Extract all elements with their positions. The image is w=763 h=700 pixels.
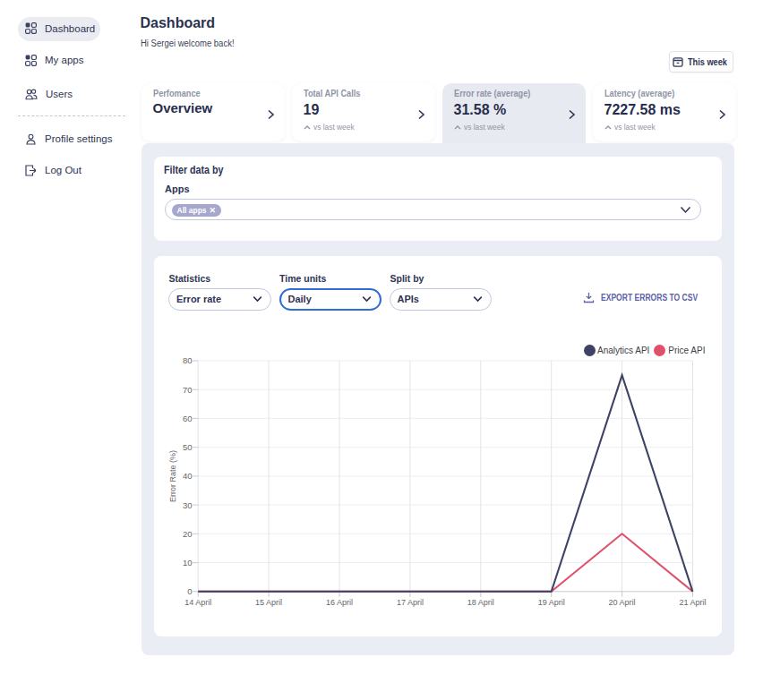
svg-text:Error Rate (%): Error Rate (%) — [167, 450, 176, 502]
svg-text:10: 10 — [182, 558, 192, 568]
svg-text:19 April: 19 April — [537, 598, 564, 607]
svg-text:40: 40 — [182, 471, 192, 481]
svg-text:16 April: 16 April — [325, 598, 352, 607]
svg-text:14 April: 14 April — [184, 598, 211, 607]
svg-text:17 April: 17 April — [396, 598, 423, 607]
svg-text:20: 20 — [182, 529, 192, 539]
svg-text:21 April: 21 April — [679, 598, 706, 607]
svg-text:70: 70 — [182, 385, 192, 395]
svg-text:60: 60 — [182, 414, 192, 423]
svg-text:0: 0 — [187, 586, 192, 596]
svg-text:18 April: 18 April — [467, 598, 493, 607]
svg-text:30: 30 — [182, 500, 192, 510]
svg-text:80: 80 — [182, 355, 192, 365]
svg-text:15 April: 15 April — [255, 598, 282, 607]
svg-text:20 April: 20 April — [608, 598, 635, 607]
svg-text:50: 50 — [182, 442, 192, 452]
